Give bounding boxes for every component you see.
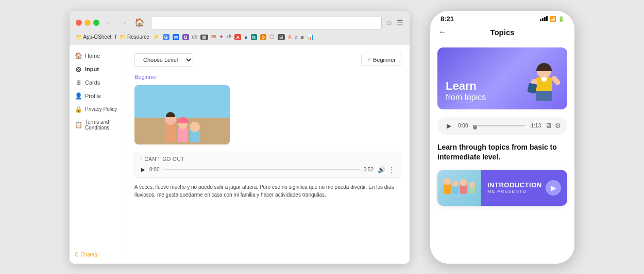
bookmark-g[interactable]: G xyxy=(163,34,170,40)
battery-icon: 🔋 xyxy=(558,16,564,22)
browser-top-bar: ← → 🏠 ☆ ☰ xyxy=(76,16,403,29)
bookmark-s[interactable]: S xyxy=(260,34,266,40)
intro-play-button[interactable]: ▶ xyxy=(546,180,561,196)
back-button[interactable]: ← xyxy=(104,18,115,28)
sidebar-item-cards[interactable]: 🖥 Cards xyxy=(70,76,126,89)
volume-icon[interactable]: 🔊 xyxy=(378,166,385,173)
bookmark-a3[interactable]: a xyxy=(295,34,298,40)
sidebar-label-terms: Terms and Conditions xyxy=(85,119,121,131)
status-time: 8:21 xyxy=(440,15,454,23)
signal-bar-3 xyxy=(544,17,546,21)
sidebar-label-cards: Cards xyxy=(85,79,100,86)
audio-duration: 0:52 xyxy=(364,167,374,172)
bookmark-icon-1[interactable]: ⚡ xyxy=(152,34,160,40)
cards-icon: 🖥 xyxy=(75,79,82,86)
traffic-lights xyxy=(76,20,99,26)
hero-character xyxy=(526,58,562,109)
phone-audio-time-end: -1:13 xyxy=(529,123,541,128)
sidebar-item-home[interactable]: 🏠 Home xyxy=(70,49,126,62)
level-bar: Choose Level ✓ Beginner xyxy=(134,53,401,67)
sidebar-item-profile[interactable]: 👤 Profile xyxy=(70,89,126,103)
minimize-button[interactable] xyxy=(84,20,91,26)
profile-icon: 👤 xyxy=(75,92,82,100)
hero-text-block: Learn from topics xyxy=(437,73,494,109)
more-options-icon[interactable]: ⋮ xyxy=(388,166,395,173)
bookmark-m[interactable]: M xyxy=(173,34,180,40)
sidebar-item-privacy[interactable]: 🔒 Privacy Policy xyxy=(70,103,126,116)
close-button[interactable] xyxy=(76,20,82,26)
status-icons: 📶 🔋 xyxy=(540,16,564,22)
phone-settings-icon[interactable]: ⚙ xyxy=(555,122,561,130)
forward-button[interactable]: → xyxy=(118,18,129,28)
phone-description: Learn through topics from basic to inter… xyxy=(437,142,567,163)
audio-controls: ▶ 0:00 0:52 🔊 ⋮ xyxy=(141,166,395,173)
menu-icon[interactable]: ☰ xyxy=(397,19,403,27)
phone-audio-dot xyxy=(473,125,477,130)
bookmark-app-gsheet[interactable]: 📁 App-GSheet xyxy=(76,34,111,40)
input-icon: ◎ xyxy=(75,66,82,73)
phone-container: 8:21 📶 🔋 ← Topics xyxy=(430,11,574,264)
audio-time-start: 0:00 xyxy=(149,167,159,172)
phone-screen-title: Topics xyxy=(490,28,514,37)
bookmark-resource[interactable]: 📁 Resource xyxy=(120,34,149,40)
browser-content: 🏠 Home ◎ Input 🖥 Cards 👤 Profile 🔒 Priva… xyxy=(70,45,410,264)
browser-chrome: ← → 🏠 ☆ ☰ 📁 App-GSheet f 📁 Resource ⚡ G … xyxy=(70,11,410,45)
bookmark-n[interactable]: N xyxy=(251,34,258,40)
sidebar-item-input[interactable]: ◎ Input xyxy=(70,62,126,76)
content-image xyxy=(134,85,230,144)
intro-card[interactable]: INTRODUCTION ME PRESENTO ▶ xyxy=(437,170,567,206)
audio-progress-bar[interactable] xyxy=(163,169,359,170)
sidebar-label-privacy: Privacy Policy xyxy=(85,106,117,112)
user-info: C Charag xyxy=(70,250,126,260)
bookmark-fb[interactable]: f xyxy=(114,34,116,41)
intro-text-block: INTRODUCTION ME PRESENTO xyxy=(487,181,542,194)
check-icon: ✓ xyxy=(367,57,371,62)
main-content: Choose Level ✓ Beginner Beginner xyxy=(126,45,410,264)
home-button[interactable]: 🏠 xyxy=(132,17,147,28)
intro-image xyxy=(437,170,481,206)
play-button[interactable]: ▶ xyxy=(141,167,145,172)
bookmark-b[interactable]: B xyxy=(182,34,189,40)
phone-frame: 8:21 📶 🔋 ← Topics xyxy=(430,11,574,264)
bookmark-hex[interactable]: ⬡ xyxy=(269,34,275,40)
bookmark-icon[interactable]: ☆ xyxy=(386,19,393,27)
user-icon: C xyxy=(75,252,78,257)
intro-subtitle: ME PRESENTO xyxy=(487,189,542,194)
signal-bars-icon xyxy=(540,16,548,21)
hero-learn-text: Learn xyxy=(446,80,486,92)
phone-audio-progress[interactable] xyxy=(472,125,525,126)
level-select[interactable]: Choose Level xyxy=(134,53,193,67)
sidebar-label-input: Input xyxy=(85,66,99,72)
browser-window: ← → 🏠 ☆ ☰ 📁 App-GSheet f 📁 Resource ⚡ G … xyxy=(70,11,410,264)
bookmark-circle[interactable]: ● xyxy=(244,34,248,40)
sidebar-label-profile: Profile xyxy=(85,93,101,99)
beginner-label: Beginner xyxy=(373,57,396,63)
bookmark-arrow[interactable]: ↺ xyxy=(227,34,231,40)
bookmark-box[interactable]: ▦ xyxy=(200,35,208,40)
phone-screen-icon[interactable]: 🖥 xyxy=(545,122,552,130)
phone-scroll[interactable]: Learn from topics xyxy=(430,40,574,264)
hero-from-topics-text: from topics xyxy=(446,93,486,102)
intro-title: INTRODUCTION xyxy=(487,181,542,189)
bookmark-star2[interactable]: ✦ xyxy=(219,34,224,40)
home-icon: 🏠 xyxy=(75,52,82,59)
sidebar: 🏠 Home ◎ Input 🖥 Cards 👤 Profile 🔒 Priva… xyxy=(70,45,126,264)
bookmark-grid[interactable]: ⊞ xyxy=(278,34,285,40)
phone-nav-bar: ← Topics xyxy=(430,25,574,40)
section-label: Beginner xyxy=(134,74,401,80)
sidebar-item-terms[interactable]: 📋 Terms and Conditions xyxy=(70,116,126,134)
bookmark-email[interactable]: ✉ xyxy=(211,34,216,40)
phone-status-bar: 8:21 📶 🔋 xyxy=(430,11,574,25)
address-bar[interactable] xyxy=(151,16,382,29)
phone-back-button[interactable]: ← xyxy=(438,27,447,37)
wifi-icon: 📶 xyxy=(550,16,556,22)
bookmark-a1[interactable]: A xyxy=(234,34,241,40)
maximize-button[interactable] xyxy=(93,20,99,26)
bookmark-ch[interactable]: ch xyxy=(192,34,198,40)
phone-audio-icons: 🖥 ⚙ xyxy=(545,122,561,130)
phone-play-button[interactable]: ▶ xyxy=(444,121,454,131)
phone-audio-bar-container xyxy=(472,125,525,126)
bookmark-a2[interactable]: A xyxy=(288,34,292,40)
bookmark-chart[interactable]: 📊 xyxy=(307,34,314,40)
bookmark-lines[interactable]: ≡ xyxy=(300,34,303,40)
